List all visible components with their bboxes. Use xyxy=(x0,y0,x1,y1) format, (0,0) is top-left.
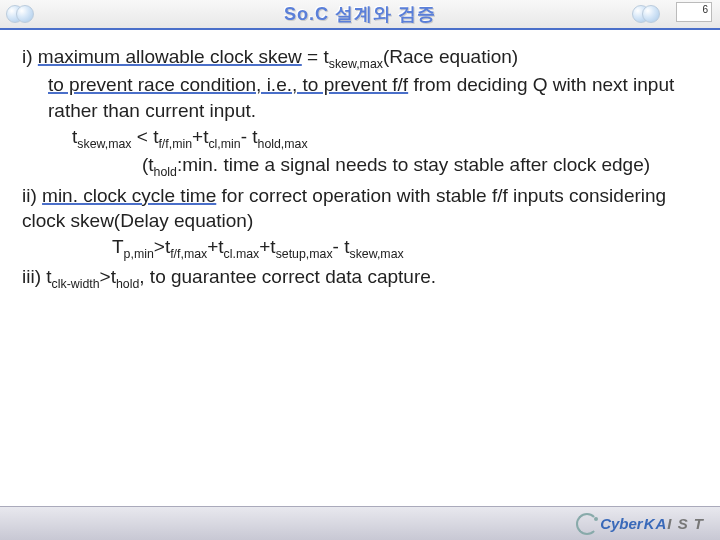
subscript: hold,max xyxy=(258,137,308,151)
logo-ka: KA xyxy=(644,515,668,532)
subscript: cl,min xyxy=(208,137,240,151)
thold-note: (thold:min. time a signal needs to stay … xyxy=(22,152,698,180)
subscript: hold xyxy=(154,165,177,179)
slide-title: So.C 설계와 검증 xyxy=(284,2,436,26)
slide-body: i) maximum allowable clock skew = tskew,… xyxy=(0,30,720,293)
subscript: setup,max xyxy=(276,247,333,261)
subscript: cl.max xyxy=(224,247,260,261)
text: - t xyxy=(241,126,258,147)
text: >t xyxy=(154,236,170,257)
header-decor-right xyxy=(632,5,672,23)
logo-ist: I S T xyxy=(667,515,704,532)
text: T xyxy=(112,236,124,257)
text: - t xyxy=(333,236,350,257)
subscript: clk-width xyxy=(52,277,100,291)
item-iii: iii) tclk-width>thold, to guarantee corr… xyxy=(22,264,698,292)
text: +t xyxy=(259,236,275,257)
equation-1: tskew,max < tf/f,min+tcl,min- thold,max xyxy=(22,124,698,152)
subscript: p,min xyxy=(124,247,154,261)
label-ii: ii) xyxy=(22,185,42,206)
label-i: i) xyxy=(22,46,38,67)
text: (Race equation) xyxy=(383,46,518,67)
text: , to guarantee correct data capture. xyxy=(139,266,436,287)
slide-header: So.C 설계와 검증 6 xyxy=(0,0,720,28)
subscript: skew,max xyxy=(77,137,131,151)
subscript: f/f,min xyxy=(158,137,192,151)
equation-2: Tp,min>tf/f,max+tcl.max+tsetup,max- tske… xyxy=(22,234,698,262)
text: to prevent race condition, i.e., to prev… xyxy=(48,74,408,95)
header-decor-left xyxy=(6,5,46,23)
subscript: skew,max xyxy=(349,247,403,261)
logo-ring-icon xyxy=(576,513,598,535)
label-iii: iii) xyxy=(22,266,46,287)
subscript: f/f,max xyxy=(170,247,207,261)
text: min. clock cycle time xyxy=(42,185,216,206)
text: = t xyxy=(302,46,329,67)
subscript: skew,max xyxy=(329,57,383,71)
text: >t xyxy=(100,266,116,287)
logo-text: CyberKAI S T xyxy=(600,515,704,532)
text: +t xyxy=(207,236,223,257)
logo-cyber: Cyber xyxy=(600,515,643,532)
subscript: hold xyxy=(116,277,139,291)
text: < t xyxy=(131,126,158,147)
text: maximum allowable clock skew xyxy=(38,46,302,67)
slide-footer: CyberKAI S T xyxy=(0,506,720,540)
item-i-body: to prevent race condition, i.e., to prev… xyxy=(22,72,698,123)
text: :min. time a signal needs to stay stable… xyxy=(177,154,650,175)
item-ii: ii) min. clock cycle time for correct op… xyxy=(22,183,698,263)
footer-logo: CyberKAI S T xyxy=(576,513,704,535)
text: (t xyxy=(22,154,154,175)
text: +t xyxy=(192,126,208,147)
item-i: i) maximum allowable clock skew = tskew,… xyxy=(22,44,698,181)
page-number: 6 xyxy=(676,2,712,22)
